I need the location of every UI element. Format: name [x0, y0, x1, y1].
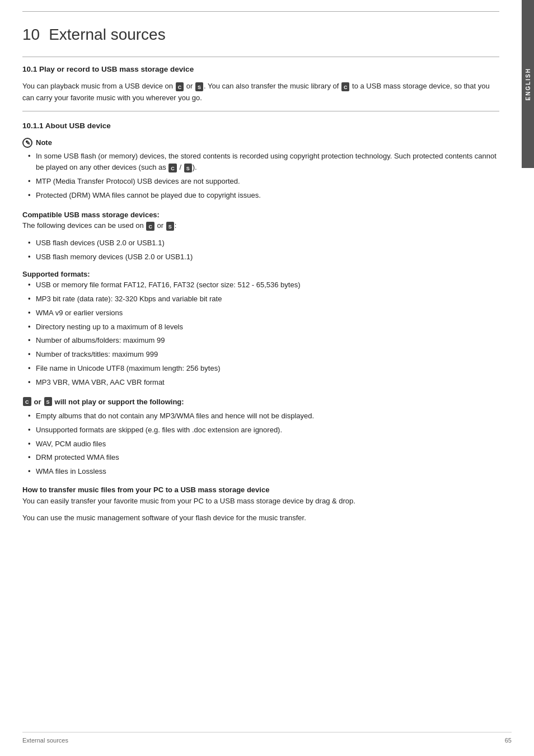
- noplay-item-2: WAV, PCM audio files: [28, 438, 499, 450]
- sidebar-label: ENGLISH: [524, 68, 532, 100]
- note-title: ✎ Note: [22, 137, 499, 148]
- noplay-item-1: Unsupported formats are skipped (e.g. fi…: [28, 424, 499, 436]
- noplay-or: or: [34, 396, 41, 408]
- transfer-body1: You can easily transfer your favorite mu…: [22, 496, 499, 507]
- note-item-0-end: ).: [193, 163, 197, 171]
- section-10-1-body: You can playback music from a USB device…: [22, 81, 499, 104]
- body-text-or: or: [184, 82, 195, 90]
- transfer-body2: You can use the music management softwar…: [22, 512, 499, 524]
- supported-item-7: MP3 VBR, WMA VBR, AAC VBR format: [28, 377, 499, 389]
- note-item-1: MTP (Media Transfer Protocol) USB device…: [28, 176, 499, 188]
- compatible-list: USB flash devices (USB 2.0 or USB1.1) US…: [22, 237, 499, 263]
- footer-right: 65: [505, 736, 512, 745]
- note-container: ✎ Note In some USB flash (or memory) dev…: [22, 137, 499, 202]
- chapter-heading: 10External sources: [22, 17, 499, 46]
- device-icon-c2: C: [341, 82, 350, 91]
- compatible-intro-text: The following devices can be used on C o…: [22, 220, 499, 232]
- note-item-0-text: In some USB flash (or memory) devices, t…: [36, 152, 496, 172]
- noplay-heading-text: will not play or support the following:: [55, 396, 184, 408]
- compatible-item-0: USB flash devices (USB 2.0 or USB1.1): [28, 237, 499, 249]
- device-icon-s: S: [195, 82, 203, 91]
- body-text-2: . You can also transfer the music librar…: [204, 82, 341, 90]
- supported-item-5: Number of tracks/titles: maximum 999: [28, 349, 499, 361]
- compatible-heading: Compatible USB mass storage devices:: [22, 209, 499, 221]
- noplay-list: Empty albums that do not contain any MP3…: [22, 410, 499, 478]
- supported-heading: Supported formats:: [22, 269, 499, 280]
- section-10-1-1-heading: 10.1.1 About USB device: [22, 120, 499, 132]
- note-item-2: Protected (DRM) WMA files cannot be play…: [28, 190, 499, 202]
- note-item-0: In some USB flash (or memory) devices, t…: [28, 151, 499, 174]
- noplay-heading: C or S will not play or support the foll…: [22, 396, 499, 408]
- page-footer: External sources 65: [22, 732, 512, 745]
- footer-left: External sources: [22, 736, 68, 745]
- top-rule: [22, 11, 499, 12]
- note-list: In some USB flash (or memory) devices, t…: [22, 151, 499, 202]
- body-text-1: You can playback music from a USB device…: [22, 82, 175, 90]
- note-icon: ✎: [22, 138, 32, 148]
- compatible-or: or: [155, 221, 166, 230]
- page-wrapper: ENGLISH 10External sources 10.1 Play or …: [0, 0, 534, 756]
- compatible-intro: The following devices can be used on: [22, 221, 144, 230]
- supported-item-3: Directory nesting up to a maximum of 8 l…: [28, 321, 499, 333]
- section-rule-2: [22, 111, 499, 111]
- device-icon-s2: S: [184, 164, 192, 172]
- noplay-item-3: DRM protected WMA files: [28, 452, 499, 464]
- section-10-1-heading: 10.1 Play or record to USB mass storage …: [22, 64, 499, 75]
- chapter-title: External sources: [49, 26, 166, 43]
- transfer-heading: How to transfer music files from your PC…: [22, 484, 499, 496]
- device-icon-c3: C: [168, 164, 177, 172]
- supported-item-4: Number of albums/folders: maximum 99: [28, 335, 499, 347]
- section-rule-1: [22, 57, 499, 57]
- device-icon-c5: C: [23, 397, 31, 406]
- main-content: 10External sources 10.1 Play or record t…: [0, 0, 522, 552]
- compatible-item-1: USB flash memory devices (USB 2.0 or USB…: [28, 251, 499, 263]
- supported-item-6: File name in Unicode UTF8 (maximum lengt…: [28, 363, 499, 375]
- sidebar-tab: ENGLISH: [522, 0, 534, 168]
- supported-item-2: WMA v9 or earlier versions: [28, 307, 499, 319]
- chapter-number: 10: [22, 26, 40, 43]
- noplay-item-0: Empty albums that do not contain any MP3…: [28, 410, 499, 422]
- device-icon-c: C: [176, 82, 184, 91]
- device-icon-c4: C: [146, 222, 154, 231]
- supported-list: USB or memory file format FAT12, FAT16, …: [22, 279, 499, 388]
- note-title-text: Note: [36, 137, 52, 148]
- compatible-colon: :: [175, 221, 177, 230]
- device-icon-s3: S: [166, 222, 174, 231]
- supported-item-1: MP3 bit rate (data rate): 32-320 Kbps an…: [28, 293, 499, 305]
- noplay-item-4: WMA files in Lossless: [28, 466, 499, 478]
- device-icon-s4: S: [44, 397, 52, 406]
- note-item-0-slash: /: [177, 163, 184, 171]
- supported-item-0: USB or memory file format FAT12, FAT16, …: [28, 279, 499, 291]
